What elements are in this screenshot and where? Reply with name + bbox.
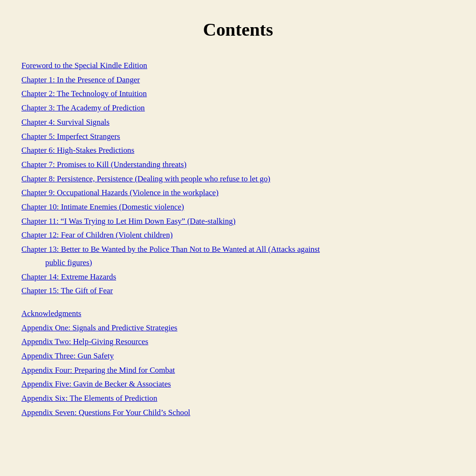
toc-container: Foreword to the Special Kindle EditionCh… — [19, 59, 457, 419]
toc-link-app1[interactable]: Appendix One: Signals and Predictive Str… — [21, 321, 457, 335]
toc-link-ch6[interactable]: Chapter 6: High-Stakes Predictions — [21, 144, 457, 157]
page-title: Contents — [19, 10, 457, 59]
toc-link-ch12[interactable]: Chapter 12: Fear of Children (Violent ch… — [21, 228, 457, 242]
toc-link-ch3[interactable]: Chapter 3: The Academy of Prediction — [21, 101, 457, 115]
toc-link-ch1[interactable]: Chapter 1: In the Presence of Danger — [21, 73, 457, 87]
toc-link-ch4[interactable]: Chapter 4: Survival Signals — [21, 116, 457, 129]
toc-link-ch9[interactable]: Chapter 9: Occupational Hazards (Violenc… — [21, 186, 457, 199]
toc-link-app4[interactable]: Appendix Four: Preparing the Mind for Co… — [21, 364, 457, 377]
toc-link-ch8[interactable]: Chapter 8: Persistence, Persistence (Dea… — [21, 172, 457, 186]
toc-section-gap — [21, 298, 457, 307]
toc-link-ch11[interactable]: Chapter 11: “I Was Trying to Let Him Dow… — [21, 215, 457, 228]
toc-link-foreword[interactable]: Foreword to the Special Kindle Edition — [21, 59, 457, 72]
toc-link-ch2[interactable]: Chapter 2: The Technology of Intuition — [21, 87, 457, 100]
toc-link-app3[interactable]: Appendix Three: Gun Safety — [21, 349, 457, 363]
toc-link-ch5[interactable]: Chapter 5: Imperfect Strangers — [21, 130, 457, 143]
toc-link-ch14[interactable]: Chapter 14: Extreme Hazards — [21, 270, 457, 284]
toc-link-acknowledgments[interactable]: Acknowledgments — [21, 307, 457, 320]
toc-link-ch13-line1[interactable]: Chapter 13: Better to Be Wanted by the P… — [21, 243, 457, 269]
toc-link-app7[interactable]: Appendix Seven: Questions For Your Child… — [21, 406, 457, 419]
toc-link-app5[interactable]: Appendix Five: Gavin de Becker & Associa… — [21, 377, 457, 391]
toc-link-ch15[interactable]: Chapter 15: The Gift of Fear — [21, 284, 457, 298]
toc-link-app2[interactable]: Appendix Two: Help-Giving Resources — [21, 335, 457, 348]
toc-link-ch10[interactable]: Chapter 10: Intimate Enemies (Domestic v… — [21, 200, 457, 214]
toc-link-app6[interactable]: Appendix Six: The Elements of Prediction — [21, 392, 457, 405]
toc-link-ch7[interactable]: Chapter 7: Promises to Kill (Understandi… — [21, 158, 457, 171]
